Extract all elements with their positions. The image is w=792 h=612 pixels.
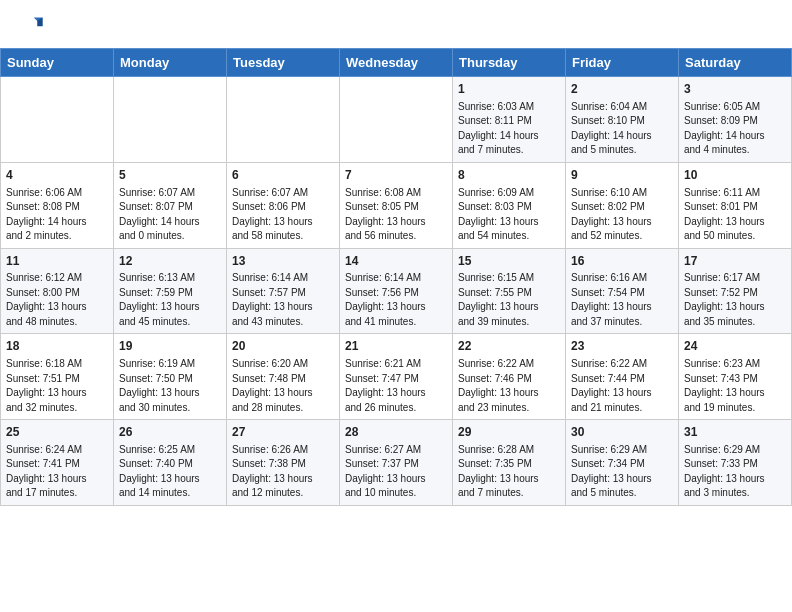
- page-header: [0, 0, 792, 48]
- cell-content: Sunrise: 6:18 AM Sunset: 7:51 PM Dayligh…: [6, 357, 108, 415]
- calendar-cell: 7Sunrise: 6:08 AM Sunset: 8:05 PM Daylig…: [340, 162, 453, 248]
- day-number: 5: [119, 167, 221, 184]
- calendar-row-3: 11Sunrise: 6:12 AM Sunset: 8:00 PM Dayli…: [1, 248, 792, 334]
- cell-content: Sunrise: 6:11 AM Sunset: 8:01 PM Dayligh…: [684, 186, 786, 244]
- day-number: 4: [6, 167, 108, 184]
- day-header-thursday: Thursday: [453, 49, 566, 77]
- cell-content: Sunrise: 6:07 AM Sunset: 8:06 PM Dayligh…: [232, 186, 334, 244]
- header-row: SundayMondayTuesdayWednesdayThursdayFrid…: [1, 49, 792, 77]
- calendar-cell: 26Sunrise: 6:25 AM Sunset: 7:40 PM Dayli…: [114, 420, 227, 506]
- calendar-cell: 11Sunrise: 6:12 AM Sunset: 8:00 PM Dayli…: [1, 248, 114, 334]
- cell-content: Sunrise: 6:13 AM Sunset: 7:59 PM Dayligh…: [119, 271, 221, 329]
- day-number: 28: [345, 424, 447, 441]
- calendar-cell: 4Sunrise: 6:06 AM Sunset: 8:08 PM Daylig…: [1, 162, 114, 248]
- logo-icon: [18, 14, 46, 42]
- cell-content: Sunrise: 6:22 AM Sunset: 7:44 PM Dayligh…: [571, 357, 673, 415]
- calendar-cell: 12Sunrise: 6:13 AM Sunset: 7:59 PM Dayli…: [114, 248, 227, 334]
- calendar-header: SundayMondayTuesdayWednesdayThursdayFrid…: [1, 49, 792, 77]
- day-number: 20: [232, 338, 334, 355]
- cell-content: Sunrise: 6:09 AM Sunset: 8:03 PM Dayligh…: [458, 186, 560, 244]
- cell-content: Sunrise: 6:14 AM Sunset: 7:57 PM Dayligh…: [232, 271, 334, 329]
- day-number: 13: [232, 253, 334, 270]
- day-number: 19: [119, 338, 221, 355]
- day-number: 29: [458, 424, 560, 441]
- calendar-cell: 2Sunrise: 6:04 AM Sunset: 8:10 PM Daylig…: [566, 77, 679, 163]
- calendar-cell: 3Sunrise: 6:05 AM Sunset: 8:09 PM Daylig…: [679, 77, 792, 163]
- day-number: 26: [119, 424, 221, 441]
- day-number: 18: [6, 338, 108, 355]
- cell-content: Sunrise: 6:04 AM Sunset: 8:10 PM Dayligh…: [571, 100, 673, 158]
- day-number: 11: [6, 253, 108, 270]
- calendar-cell: 8Sunrise: 6:09 AM Sunset: 8:03 PM Daylig…: [453, 162, 566, 248]
- day-number: 10: [684, 167, 786, 184]
- calendar-row-5: 25Sunrise: 6:24 AM Sunset: 7:41 PM Dayli…: [1, 420, 792, 506]
- calendar-cell: 14Sunrise: 6:14 AM Sunset: 7:56 PM Dayli…: [340, 248, 453, 334]
- day-header-wednesday: Wednesday: [340, 49, 453, 77]
- calendar-cell: 1Sunrise: 6:03 AM Sunset: 8:11 PM Daylig…: [453, 77, 566, 163]
- day-number: 1: [458, 81, 560, 98]
- calendar-cell: 30Sunrise: 6:29 AM Sunset: 7:34 PM Dayli…: [566, 420, 679, 506]
- calendar-row-2: 4Sunrise: 6:06 AM Sunset: 8:08 PM Daylig…: [1, 162, 792, 248]
- day-number: 24: [684, 338, 786, 355]
- day-number: 27: [232, 424, 334, 441]
- cell-content: Sunrise: 6:05 AM Sunset: 8:09 PM Dayligh…: [684, 100, 786, 158]
- day-number: 22: [458, 338, 560, 355]
- day-number: 30: [571, 424, 673, 441]
- calendar-cell: 9Sunrise: 6:10 AM Sunset: 8:02 PM Daylig…: [566, 162, 679, 248]
- cell-content: Sunrise: 6:07 AM Sunset: 8:07 PM Dayligh…: [119, 186, 221, 244]
- day-number: 17: [684, 253, 786, 270]
- day-number: 2: [571, 81, 673, 98]
- cell-content: Sunrise: 6:20 AM Sunset: 7:48 PM Dayligh…: [232, 357, 334, 415]
- day-number: 9: [571, 167, 673, 184]
- calendar-cell: [340, 77, 453, 163]
- cell-content: Sunrise: 6:15 AM Sunset: 7:55 PM Dayligh…: [458, 271, 560, 329]
- cell-content: Sunrise: 6:23 AM Sunset: 7:43 PM Dayligh…: [684, 357, 786, 415]
- cell-content: Sunrise: 6:08 AM Sunset: 8:05 PM Dayligh…: [345, 186, 447, 244]
- calendar-cell: 27Sunrise: 6:26 AM Sunset: 7:38 PM Dayli…: [227, 420, 340, 506]
- calendar-table: SundayMondayTuesdayWednesdayThursdayFrid…: [0, 48, 792, 506]
- calendar-cell: 19Sunrise: 6:19 AM Sunset: 7:50 PM Dayli…: [114, 334, 227, 420]
- day-number: 25: [6, 424, 108, 441]
- day-number: 23: [571, 338, 673, 355]
- calendar-cell: 28Sunrise: 6:27 AM Sunset: 7:37 PM Dayli…: [340, 420, 453, 506]
- calendar-cell: 25Sunrise: 6:24 AM Sunset: 7:41 PM Dayli…: [1, 420, 114, 506]
- cell-content: Sunrise: 6:26 AM Sunset: 7:38 PM Dayligh…: [232, 443, 334, 501]
- day-number: 14: [345, 253, 447, 270]
- calendar-cell: 6Sunrise: 6:07 AM Sunset: 8:06 PM Daylig…: [227, 162, 340, 248]
- day-number: 15: [458, 253, 560, 270]
- calendar-cell: [1, 77, 114, 163]
- day-number: 16: [571, 253, 673, 270]
- calendar-cell: 29Sunrise: 6:28 AM Sunset: 7:35 PM Dayli…: [453, 420, 566, 506]
- calendar-cell: 5Sunrise: 6:07 AM Sunset: 8:07 PM Daylig…: [114, 162, 227, 248]
- calendar-cell: [227, 77, 340, 163]
- day-number: 12: [119, 253, 221, 270]
- calendar-cell: 20Sunrise: 6:20 AM Sunset: 7:48 PM Dayli…: [227, 334, 340, 420]
- cell-content: Sunrise: 6:27 AM Sunset: 7:37 PM Dayligh…: [345, 443, 447, 501]
- cell-content: Sunrise: 6:16 AM Sunset: 7:54 PM Dayligh…: [571, 271, 673, 329]
- logo: [18, 14, 50, 42]
- cell-content: Sunrise: 6:17 AM Sunset: 7:52 PM Dayligh…: [684, 271, 786, 329]
- day-number: 31: [684, 424, 786, 441]
- day-number: 3: [684, 81, 786, 98]
- calendar-body: 1Sunrise: 6:03 AM Sunset: 8:11 PM Daylig…: [1, 77, 792, 506]
- calendar-cell: 18Sunrise: 6:18 AM Sunset: 7:51 PM Dayli…: [1, 334, 114, 420]
- calendar-cell: 23Sunrise: 6:22 AM Sunset: 7:44 PM Dayli…: [566, 334, 679, 420]
- calendar-cell: 17Sunrise: 6:17 AM Sunset: 7:52 PM Dayli…: [679, 248, 792, 334]
- calendar-row-1: 1Sunrise: 6:03 AM Sunset: 8:11 PM Daylig…: [1, 77, 792, 163]
- calendar-cell: 13Sunrise: 6:14 AM Sunset: 7:57 PM Dayli…: [227, 248, 340, 334]
- calendar-row-4: 18Sunrise: 6:18 AM Sunset: 7:51 PM Dayli…: [1, 334, 792, 420]
- calendar-cell: 22Sunrise: 6:22 AM Sunset: 7:46 PM Dayli…: [453, 334, 566, 420]
- day-header-sunday: Sunday: [1, 49, 114, 77]
- day-header-tuesday: Tuesday: [227, 49, 340, 77]
- cell-content: Sunrise: 6:22 AM Sunset: 7:46 PM Dayligh…: [458, 357, 560, 415]
- cell-content: Sunrise: 6:19 AM Sunset: 7:50 PM Dayligh…: [119, 357, 221, 415]
- calendar-cell: 15Sunrise: 6:15 AM Sunset: 7:55 PM Dayli…: [453, 248, 566, 334]
- calendar-cell: 21Sunrise: 6:21 AM Sunset: 7:47 PM Dayli…: [340, 334, 453, 420]
- day-number: 7: [345, 167, 447, 184]
- calendar-cell: 10Sunrise: 6:11 AM Sunset: 8:01 PM Dayli…: [679, 162, 792, 248]
- cell-content: Sunrise: 6:29 AM Sunset: 7:33 PM Dayligh…: [684, 443, 786, 501]
- cell-content: Sunrise: 6:12 AM Sunset: 8:00 PM Dayligh…: [6, 271, 108, 329]
- calendar-cell: 24Sunrise: 6:23 AM Sunset: 7:43 PM Dayli…: [679, 334, 792, 420]
- day-number: 21: [345, 338, 447, 355]
- cell-content: Sunrise: 6:25 AM Sunset: 7:40 PM Dayligh…: [119, 443, 221, 501]
